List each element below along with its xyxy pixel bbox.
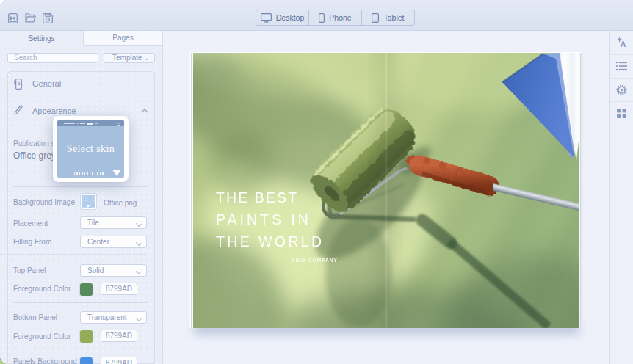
svg-text:A: A	[620, 40, 626, 48]
